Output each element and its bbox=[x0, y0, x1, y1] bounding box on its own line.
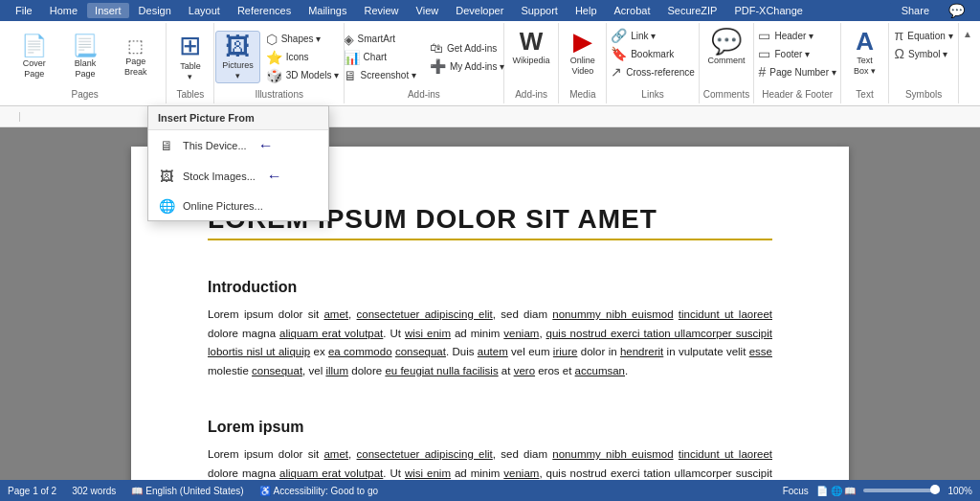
menu-support[interactable]: Support bbox=[513, 3, 566, 18]
blank-page-button[interactable]: 📃 Blank Page bbox=[61, 34, 109, 81]
focus-button[interactable]: Focus bbox=[783, 486, 809, 496]
section-1-heading: Introduction bbox=[208, 279, 772, 296]
equation-button[interactable]: π Equation ▾ bbox=[891, 27, 957, 44]
menu-insert[interactable]: Insert bbox=[87, 3, 129, 18]
stock-images-icon: 🖼 bbox=[158, 169, 175, 184]
menu-review[interactable]: Review bbox=[357, 3, 407, 18]
menu-securezip[interactable]: SecureZIP bbox=[659, 3, 724, 18]
symbols-group-label: Symbols bbox=[905, 87, 942, 100]
menu-design[interactable]: Design bbox=[131, 3, 179, 18]
link-button[interactable]: 🔗 Link ▾ bbox=[607, 27, 699, 44]
smartart-button[interactable]: ◈ SmartArt bbox=[340, 31, 420, 48]
pictures-button[interactable]: 🖼 Pictures ▾ bbox=[215, 31, 260, 84]
online-pictures-icon: 🌐 bbox=[158, 198, 175, 214]
share-button[interactable]: Share bbox=[890, 1, 941, 20]
comment-button[interactable]: 💬 Comment bbox=[702, 27, 750, 68]
statusbar-right: Focus 📄 🌐 📖 100% bbox=[783, 486, 972, 496]
zoom-level: 100% bbox=[947, 486, 972, 496]
menu-file[interactable]: File bbox=[8, 3, 40, 18]
cover-page-icon: 📄 bbox=[21, 35, 47, 57]
header-button[interactable]: ▭ Header ▾ bbox=[754, 27, 839, 44]
shapes-button[interactable]: ⬡ Shapes ▾ bbox=[262, 31, 344, 48]
menu-view[interactable]: View bbox=[409, 3, 447, 18]
menu-developer[interactable]: Developer bbox=[448, 3, 511, 18]
online-video-icon: ▶ bbox=[573, 29, 592, 54]
ribbon-collapse-area: ▲ bbox=[959, 23, 976, 44]
comments-icon[interactable]: 💬 bbox=[948, 3, 965, 18]
language-indicator[interactable]: 📖 English (United States) bbox=[131, 486, 243, 496]
ribbon-group-header-footer: ▭ Header ▾ ▭ Footer ▾ # Page Number ▾ He… bbox=[754, 23, 841, 103]
title-underline bbox=[208, 239, 772, 240]
links-group-label: Links bbox=[641, 87, 663, 100]
this-device-item[interactable]: 🖥 This Device... ← bbox=[148, 130, 328, 161]
menu-layout[interactable]: Layout bbox=[181, 3, 228, 18]
menu-help[interactable]: Help bbox=[568, 3, 605, 18]
share-area: Share 💬 bbox=[890, 1, 972, 20]
ribbon-group-media: ▶ OnlineVideo Media bbox=[559, 23, 607, 103]
cover-page-button[interactable]: 📄 Cover Page bbox=[10, 34, 59, 81]
zoom-slider[interactable] bbox=[863, 489, 940, 492]
text-box-button[interactable]: A TextBox ▾ bbox=[846, 27, 884, 79]
bookmark-button[interactable]: 🔖 Bookmark bbox=[607, 45, 699, 62]
menu-home[interactable]: Home bbox=[42, 3, 85, 18]
menu-pdfxchange[interactable]: PDF-XChange bbox=[726, 3, 811, 18]
online-video-button[interactable]: ▶ OnlineVideo bbox=[564, 27, 602, 79]
dropdown-header: Insert Picture From bbox=[148, 106, 328, 130]
web-layout-icon[interactable]: 🌐 bbox=[831, 486, 842, 496]
chart-button[interactable]: 📊 Chart bbox=[340, 49, 420, 66]
symbol-button[interactable]: Ω Symbol ▾ bbox=[891, 45, 957, 62]
comments-group-label: Comments bbox=[703, 87, 749, 100]
screenshot-button[interactable]: 🖥 Screenshot ▾ bbox=[340, 67, 420, 84]
ribbon-group-wikipedia: W Wikipedia Add-ins bbox=[504, 23, 559, 103]
arrow-0: ← bbox=[258, 137, 274, 154]
dropdown-menu: Insert Picture From 🖥 This Device... ← 🖼… bbox=[147, 105, 329, 221]
wikipedia-icon: W bbox=[520, 29, 544, 54]
smartart-icon: ◈ bbox=[344, 32, 354, 47]
text-box-icon: A bbox=[856, 29, 874, 54]
blank-page-icon: 📃 bbox=[72, 35, 98, 57]
online-pictures-item[interactable]: 🌐 Online Pictures... bbox=[148, 192, 328, 220]
page-number-icon: # bbox=[758, 64, 766, 80]
ribbon-group-addins: ◈ SmartArt 📊 Chart 🖥 Screenshot ▾ 🛍 bbox=[345, 23, 504, 103]
page-number-button[interactable]: # Page Number ▾ bbox=[754, 63, 839, 80]
bookmark-icon: 🔖 bbox=[611, 46, 627, 61]
addins-store-group: 🛍 Get Add-ins ➕ My Add-ins ▾ bbox=[426, 39, 508, 75]
ribbon-group-links: 🔗 Link ▾ 🔖 Bookmark ↗ Cross-reference Li… bbox=[607, 23, 699, 103]
text-group-label: Text bbox=[856, 87, 873, 100]
section-2-heading: Lorem ipsum bbox=[208, 419, 772, 436]
accessibility-status[interactable]: ♿ Accessibility: Good to go bbox=[259, 486, 379, 496]
equation-icon: π bbox=[895, 28, 904, 43]
menu-acrobat[interactable]: Acrobat bbox=[607, 3, 658, 18]
menu-mailings[interactable]: Mailings bbox=[301, 3, 354, 18]
symbol-icon: Ω bbox=[895, 46, 904, 61]
menubar: File Home Insert Design Layout Reference… bbox=[0, 0, 980, 21]
pages-group-label: Pages bbox=[72, 87, 99, 100]
wikipedia-button[interactable]: W Wikipedia bbox=[507, 27, 556, 68]
menu-references[interactable]: References bbox=[230, 3, 299, 18]
my-addins-button[interactable]: ➕ My Add-ins ▾ bbox=[426, 57, 508, 75]
ribbon-collapse-button[interactable]: ▲ bbox=[963, 29, 972, 39]
accessibility-icon: ♿ bbox=[259, 486, 271, 496]
addins-buttons: ◈ SmartArt 📊 Chart 🖥 Screenshot ▾ 🛍 bbox=[340, 27, 509, 87]
media-group-label: Media bbox=[569, 87, 595, 100]
footer-button[interactable]: ▭ Footer ▾ bbox=[754, 45, 839, 62]
stock-images-item[interactable]: 🖼 Stock Images... ← bbox=[148, 161, 328, 192]
page-count: Page 1 of 2 bbox=[8, 486, 56, 496]
get-addins-icon: 🛍 bbox=[430, 40, 443, 56]
my-addins-icon: ➕ bbox=[430, 58, 446, 74]
icons-button[interactable]: ⭐ Icons bbox=[262, 49, 344, 66]
header-footer-buttons: ▭ Header ▾ ▭ Footer ▾ # Page Number ▾ bbox=[754, 27, 839, 80]
page-break-button[interactable]: ⬚ Page Break bbox=[111, 35, 160, 80]
table-button[interactable]: ⊞ Table ▾ bbox=[171, 31, 210, 84]
get-addins-button[interactable]: 🛍 Get Add-ins bbox=[426, 39, 508, 57]
illustrations-small-group: ⬡ Shapes ▾ ⭐ Icons 🎲 3D Models ▾ bbox=[262, 31, 344, 84]
3d-models-icon: 🎲 bbox=[266, 68, 282, 83]
wikipedia-group-label: Add-ins bbox=[515, 87, 547, 100]
3d-models-button[interactable]: 🎲 3D Models ▾ bbox=[262, 67, 344, 84]
read-mode-icon[interactable]: 📖 bbox=[844, 486, 856, 496]
print-layout-icon[interactable]: 📄 bbox=[816, 486, 828, 496]
view-mode-icons: 📄 🌐 📖 bbox=[816, 486, 857, 496]
footer-icon: ▭ bbox=[758, 46, 770, 61]
cross-reference-button[interactable]: ↗ Cross-reference bbox=[607, 63, 699, 80]
links-buttons: 🔗 Link ▾ 🔖 Bookmark ↗ Cross-reference bbox=[607, 27, 699, 80]
